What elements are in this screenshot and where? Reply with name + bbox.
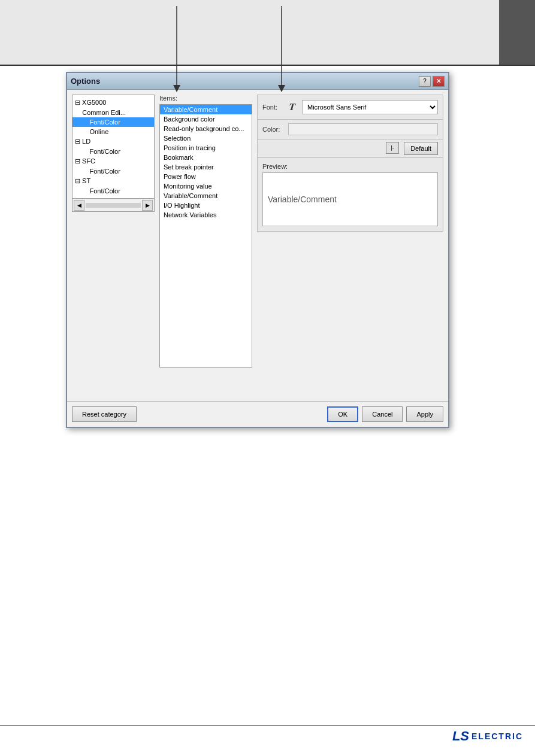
scroll-track bbox=[86, 203, 141, 208]
top-bar-accent bbox=[499, 0, 535, 65]
preview-text: Variable/Comment bbox=[268, 195, 337, 204]
bottom-logo-area: LS ELECTRIC bbox=[452, 728, 523, 744]
preview-box: Variable/Comment bbox=[262, 172, 438, 226]
tree-item-xg5000[interactable]: ⊟ XG5000 bbox=[72, 98, 154, 108]
default-button[interactable]: Default bbox=[404, 142, 438, 155]
right-panel-container: Font: 𝐓 Microsoft Sans Serif Color: |- D… bbox=[257, 95, 443, 396]
items-list-item-read-only-bg[interactable]: Read-only background co... bbox=[160, 124, 252, 133]
dialog-body: ⊟ XG5000 Common Edi... Font/Color Online… bbox=[67, 90, 448, 401]
items-list-item-background-color[interactable]: Background color bbox=[160, 114, 252, 124]
tree-panel[interactable]: ⊟ XG5000 Common Edi... Font/Color Online… bbox=[72, 95, 155, 199]
items-list-item-set-break-pointer[interactable]: Set break pointer bbox=[160, 162, 252, 172]
tree-item-font-color-st[interactable]: Font/Color bbox=[72, 186, 154, 196]
tree-item-font-color-xg[interactable]: Font/Color bbox=[72, 117, 154, 127]
top-bar bbox=[0, 0, 535, 65]
footer-right: OK Cancel Apply bbox=[327, 406, 443, 422]
color-row: Color: bbox=[257, 120, 443, 139]
top-line-divider bbox=[0, 65, 535, 66]
font-row: Font: 𝐓 Microsoft Sans Serif bbox=[257, 95, 443, 120]
dialog-title-bar: Options ? ✕ bbox=[67, 73, 448, 90]
default-btn-row: |- Default bbox=[257, 139, 443, 158]
tree-item-common-edit[interactable]: Common Edi... bbox=[72, 108, 154, 117]
font-label: Font: bbox=[262, 104, 283, 111]
items-list-item-position-tracing[interactable]: Position in tracing bbox=[160, 143, 252, 153]
cancel-button[interactable]: Cancel bbox=[362, 406, 403, 422]
font-type-icon: 𝐓 bbox=[288, 102, 295, 113]
items-panel[interactable]: Variable/CommentBackground colorRead-onl… bbox=[159, 104, 252, 368]
items-list-item-bookmark[interactable]: Bookmark bbox=[160, 153, 252, 162]
items-label: Items: bbox=[159, 95, 252, 102]
font-select[interactable]: Microsoft Sans Serif bbox=[302, 100, 438, 114]
logo-ls: LS bbox=[452, 728, 469, 744]
color-display bbox=[288, 123, 438, 135]
tree-item-online[interactable]: Online bbox=[72, 127, 154, 136]
bottom-line bbox=[0, 725, 535, 726]
scroll-right-btn[interactable]: ▶ bbox=[142, 200, 153, 211]
scroll-left-btn[interactable]: ◀ bbox=[74, 200, 84, 211]
tree-footer: ◀ ▶ bbox=[72, 199, 155, 212]
items-list-item-power-flow[interactable]: Power flow bbox=[160, 172, 252, 181]
help-button[interactable]: ? bbox=[419, 76, 431, 87]
color-label: Color: bbox=[262, 126, 283, 133]
tree-item-ld[interactable]: ⊟ LD bbox=[72, 136, 154, 147]
tree-column: ⊟ XG5000 Common Edi... Font/Color Online… bbox=[72, 95, 155, 396]
close-button[interactable]: ✕ bbox=[433, 76, 445, 87]
items-list-item-selection[interactable]: Selection bbox=[160, 133, 252, 143]
tree-item-font-color-sfc[interactable]: Font/Color bbox=[72, 166, 154, 176]
dialog-title: Options bbox=[71, 77, 100, 86]
tree-item-st[interactable]: ⊟ ST bbox=[72, 176, 154, 186]
font-select-wrapper: Microsoft Sans Serif bbox=[302, 100, 438, 114]
tree-item-sfc[interactable]: ⊟ SFC bbox=[72, 156, 154, 166]
items-list-item-io-highlight[interactable]: I/O Highlight bbox=[160, 201, 252, 210]
items-list-item-network-variables[interactable]: Network Variables bbox=[160, 210, 252, 220]
items-list-item-variable-comment[interactable]: Variable/Comment bbox=[160, 105, 252, 114]
apply-button[interactable]: Apply bbox=[406, 406, 443, 422]
ok-button[interactable]: OK bbox=[327, 406, 358, 422]
preview-section: Preview: Variable/Comment bbox=[257, 158, 443, 232]
color-picker-btn[interactable]: |- bbox=[386, 142, 399, 154]
options-dialog: Options ? ✕ ⊟ XG5000 Common Edi... Font/… bbox=[66, 72, 449, 428]
preview-label: Preview: bbox=[262, 163, 438, 170]
tree-item-font-color-ld[interactable]: Font/Color bbox=[72, 147, 154, 156]
items-column: Items: Variable/CommentBackground colorR… bbox=[159, 95, 252, 396]
dialog-footer: Reset category OK Cancel Apply bbox=[67, 401, 448, 427]
dialog-wrapper: Options ? ✕ ⊟ XG5000 Common Edi... Font/… bbox=[66, 72, 449, 428]
items-list-item-variable-comment2[interactable]: Variable/Comment bbox=[160, 191, 252, 201]
logo-electric: ELECTRIC bbox=[471, 731, 523, 741]
reset-category-button[interactable]: Reset category bbox=[72, 406, 137, 422]
dialog-title-buttons: ? ✕ bbox=[419, 76, 445, 87]
footer-left: Reset category bbox=[72, 406, 137, 422]
items-list-item-monitoring-value[interactable]: Monitoring value bbox=[160, 181, 252, 191]
